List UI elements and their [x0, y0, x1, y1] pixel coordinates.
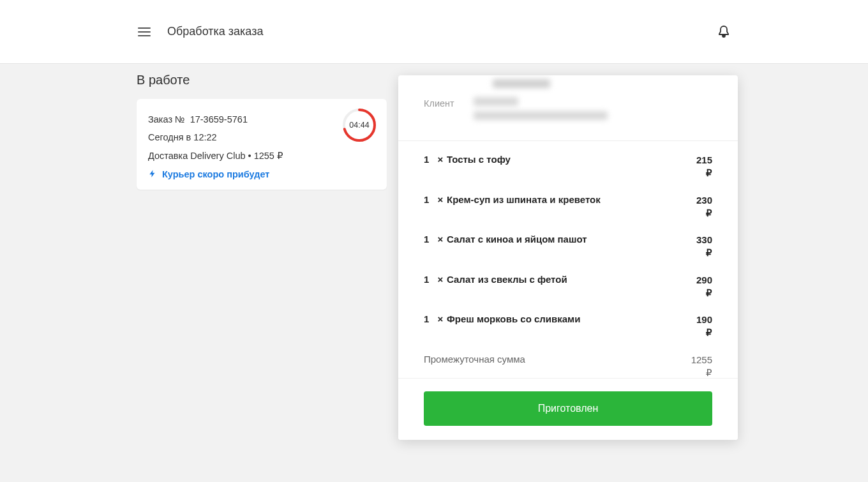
- lightning-icon: [148, 169, 157, 181]
- item-multiply: ×: [434, 194, 447, 205]
- courier-status-text: Курьер скоро прибудет: [162, 169, 269, 179]
- timer: 04:44: [342, 108, 377, 142]
- panel-scroll[interactable]: Клиент 1×Тосты с тофу215₽1×Крем-суп из ш…: [398, 75, 738, 378]
- redacted-line: [493, 79, 550, 88]
- client-block: Клиент: [398, 75, 738, 141]
- timer-text: 04:44: [342, 108, 377, 142]
- redacted-line: [474, 111, 608, 120]
- subtotal-label: Промежуточная сумма: [424, 354, 525, 379]
- order-item-row: 1×Крем-суп из шпината и креветок230₽: [424, 194, 712, 220]
- status-heading: В работе: [137, 73, 383, 87]
- item-name: Салат с киноа и яйцом пашот: [447, 234, 682, 245]
- item-multiply: ×: [434, 313, 447, 324]
- item-multiply: ×: [434, 154, 447, 165]
- item-price: 290₽: [682, 274, 712, 300]
- order-item-row: 1×Салат из свеклы с фетой290₽: [424, 274, 712, 300]
- subtotal-value: 1255 ₽: [691, 354, 712, 379]
- item-multiply: ×: [434, 274, 447, 285]
- order-card[interactable]: Заказ № 17-3659-5761 Сегодня в 12:22 Дос…: [137, 99, 387, 190]
- item-qty: 1: [424, 154, 434, 165]
- left-column: В работе Заказ № 17-3659-5761 Сегодня в …: [0, 73, 383, 482]
- header-left: Обработка заказа: [137, 24, 263, 40]
- subtotal-row: Промежуточная сумма 1255 ₽: [424, 354, 712, 379]
- item-qty: 1: [424, 274, 434, 285]
- items-block: 1×Тосты с тофу215₽1×Крем-суп из шпината …: [398, 141, 738, 378]
- order-info: Заказ № 17-3659-5761 Сегодня в 12:22 Дос…: [148, 110, 375, 165]
- item-price: 230₽: [682, 194, 712, 220]
- main-area: В работе Заказ № 17-3659-5761 Сегодня в …: [0, 64, 868, 482]
- bell-icon[interactable]: [716, 24, 731, 40]
- item-price: 215₽: [682, 154, 712, 180]
- order-item-row: 1×Тосты с тофу215₽: [424, 154, 712, 180]
- order-datetime: Сегодня в 12:22: [148, 128, 375, 146]
- item-name: Фреш морковь со сливками: [447, 313, 682, 324]
- menu-icon[interactable]: [137, 24, 152, 40]
- item-name: Тосты с тофу: [447, 154, 682, 165]
- order-number-label: Заказ №: [148, 114, 185, 124]
- ready-button[interactable]: Приготовлен: [424, 391, 712, 426]
- item-qty: 1: [424, 313, 434, 324]
- client-label: Клиент: [424, 97, 460, 109]
- item-price: 330₽: [682, 234, 712, 260]
- item-name: Салат из свеклы с фетой: [447, 274, 682, 285]
- order-delivery-line: Доставка Delivery Club • 1255 ₽: [148, 147, 375, 165]
- panel-footer: Приготовлен: [398, 378, 738, 440]
- item-qty: 1: [424, 194, 434, 205]
- order-item-row: 1×Фреш морковь со сливками190₽: [424, 313, 712, 340]
- item-price: 190₽: [682, 313, 712, 340]
- courier-status-line: Курьер скоро прибудет: [148, 169, 375, 181]
- item-name: Крем-суп из шпината и креветок: [447, 194, 682, 205]
- app-header: Обработка заказа: [0, 0, 868, 64]
- redacted-line: [474, 97, 518, 106]
- page-title: Обработка заказа: [167, 25, 263, 38]
- item-multiply: ×: [434, 234, 447, 245]
- order-item-row: 1×Салат с киноа и яйцом пашот330₽: [424, 234, 712, 260]
- item-qty: 1: [424, 234, 434, 245]
- order-detail-panel: Клиент 1×Тосты с тофу215₽1×Крем-суп из ш…: [398, 75, 738, 440]
- order-number: 17-3659-5761: [190, 114, 248, 124]
